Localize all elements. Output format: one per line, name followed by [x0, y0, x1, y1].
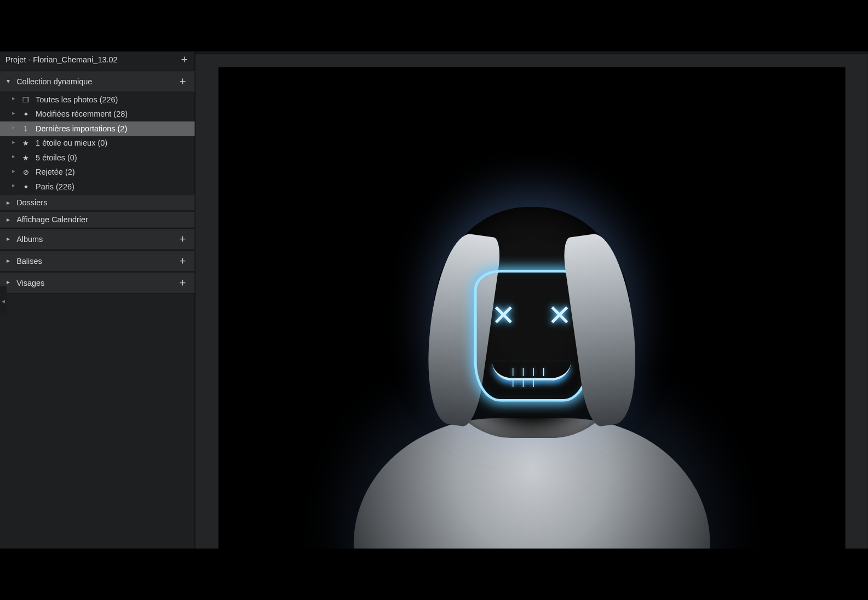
tree-item-rejetee[interactable]: ⊘Rejetée (2) [0, 165, 194, 180]
star-icon: ★ [21, 153, 31, 163]
section-albums[interactable]: Albums＋ [0, 228, 194, 250]
project-header: Projet - Florian_Chemani_13.02 ＋ [0, 49, 194, 71]
star-icon: ★ [21, 139, 31, 148]
stack-icon: ❒ [21, 95, 31, 105]
section-label: Collection dynamique [16, 77, 92, 86]
section-balises[interactable]: Balises＋ [0, 250, 194, 272]
section-label: Albums [16, 234, 43, 244]
tree-item-label: 5 étoiles (0) [36, 153, 77, 163]
tree-item-1star[interactable]: ★1 étoile ou mieux (0) [0, 136, 194, 151]
section-label: Visages [16, 278, 44, 287]
tree-item-label: Modifiées récemment (28) [36, 109, 128, 119]
image-canvas[interactable]: HAL ✕ ✕ [196, 54, 868, 582]
section-label: Dossiers [16, 198, 47, 207]
tree-item-paris[interactable]: ✦Paris (226) [0, 180, 194, 194]
project-title-label: Projet - Florian_Chemani_13.02 [5, 55, 118, 65]
sparkle-icon: ✦ [21, 182, 31, 192]
tree-item-label: 1 étoile ou mieux (0) [36, 139, 107, 148]
preview-image: HAL ✕ ✕ [218, 67, 845, 569]
add-face-icon[interactable]: ＋ [177, 276, 188, 290]
add-tag-icon[interactable]: ＋ [177, 254, 188, 268]
section-label: Balises [16, 256, 42, 266]
add-smart-collection-icon[interactable]: ＋ [177, 74, 188, 88]
tree-item-dernieres[interactable]: ⤵Dernières importations (2) [0, 122, 194, 136]
tree-item-label: Toutes les photos (226) [36, 95, 118, 105]
tree-item-label: Dernières importations (2) [36, 124, 127, 134]
import-icon: ⤵ [21, 124, 31, 134]
smart-collection-list: ❒Toutes les photos (226) ✦Modifiées réce… [0, 93, 194, 194]
add-project-icon[interactable]: ＋ [179, 53, 189, 66]
sidebar: Projet Métadonnées Projet - Florian_Chem… [0, 33, 196, 600]
add-album-icon[interactable]: ＋ [177, 232, 188, 246]
tree-item-modifiees[interactable]: ✦Modifiées récemment (28) [0, 107, 194, 122]
section-dossiers[interactable]: Dossiers [0, 194, 194, 211]
sparkle-icon: ✦ [21, 109, 31, 119]
reject-icon: ⊘ [21, 168, 31, 177]
collapse-sidebar-handle[interactable]: ◂ [0, 286, 7, 315]
viewer: ▣ ◩ ▦ ⧉ 🖥 🔍 ✋ HAL [196, 33, 868, 600]
section-label: Affichage Calendrier [16, 215, 88, 224]
tree-item-label: Paris (226) [36, 182, 74, 192]
section-collection-dynamique[interactable]: Collection dynamique ＋ [0, 71, 194, 93]
tree-item-label: Rejetée (2) [36, 168, 75, 177]
tree-item-toutes-photos[interactable]: ❒Toutes les photos (226) [0, 93, 194, 107]
section-visages[interactable]: Visages＋ [0, 272, 194, 293]
section-calendrier[interactable]: Affichage Calendrier [0, 211, 194, 228]
tree-item-5star[interactable]: ★5 étoiles (0) [0, 151, 194, 165]
